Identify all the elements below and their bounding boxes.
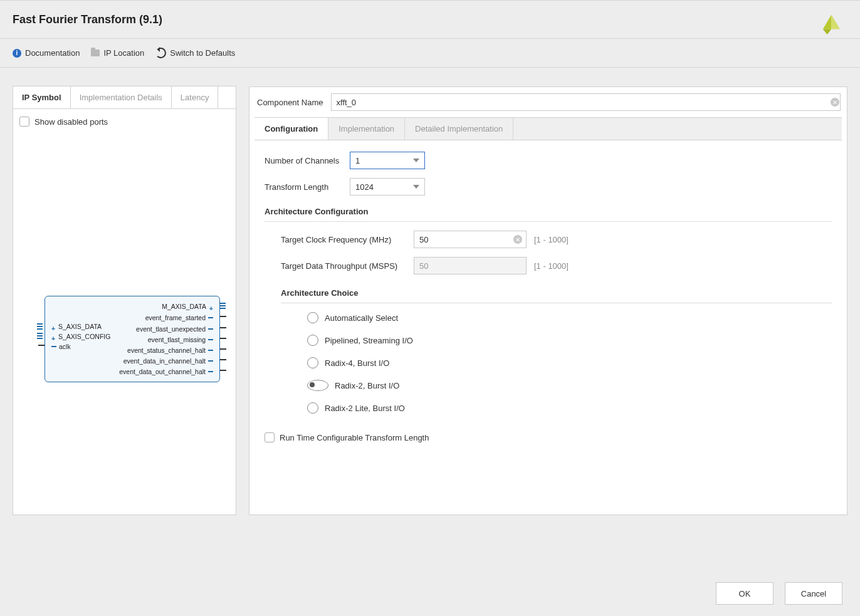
documentation-label: Documentation [25,48,80,58]
ip-location-link[interactable]: IP Location [91,48,144,58]
port-event-tlast-unexpected: event_tlast_unexpected [136,325,213,333]
port-event-status-channel-halt: event_status_channel_halt [127,347,213,354]
bus-icon [220,302,226,310]
target-data-throughput-input: 50 [414,257,527,274]
wire-icon [220,338,226,339]
refresh-icon [155,48,166,58]
port-s-axis-config: S_AXIS_CONFIG [51,333,110,340]
arch-option-label: Automatically Select [325,313,398,323]
arch-option-pipelined[interactable]: Pipelined, Streaming I/O [307,335,832,346]
port-event-data-out-channel-halt: event_data_out_channel_halt [119,368,213,375]
component-name-label: Component Name [257,98,323,107]
page-title: Fast Fourier Transform (9.1) [13,13,162,26]
port-s-axis-data: S_AXIS_DATA [51,323,102,330]
switch-defaults-link[interactable]: Switch to Defaults [155,48,235,58]
port-event-data-in-channel-halt: event_data_in_channel_halt [123,357,213,365]
cancel-button[interactable]: Cancel [785,582,842,605]
wire-icon [220,316,226,317]
arch-option-radix2lite[interactable]: Radix-2 Lite, Burst I/O [307,402,832,414]
bus-icon [37,332,43,340]
radio-icon [307,402,318,414]
arch-option-label: Radix-2 Lite, Burst I/O [325,404,405,413]
wire-icon [220,348,226,350]
arch-option-label: Pipelined, Streaming I/O [325,336,413,345]
port-event-frame-started: event_frame_started [145,314,213,321]
ip-symbol-block: S_AXIS_DATA S_AXIS_CONFIG aclk M_AXIS_DA… [45,296,220,382]
runtime-configurable-label: Run Time Configurable Transform Length [280,433,429,442]
clear-icon[interactable]: ✕ [513,235,522,244]
radio-icon [307,335,318,346]
port-event-tlast-missing: event_tlast_missing [148,336,213,343]
folder-icon [91,50,100,56]
transform-length-value: 1024 [355,182,374,192]
vendor-logo [819,13,840,34]
tab-detailed-implementation[interactable]: Detailed Implementation [405,118,513,140]
tab-latency[interactable]: Latency [172,86,219,108]
transform-length-select[interactable]: 1024 [350,178,425,196]
documentation-link[interactable]: i Documentation [13,48,80,58]
clear-icon[interactable]: ✕ [831,98,839,107]
radio-icon [307,357,318,368]
number-of-channels-value: 1 [355,156,360,165]
radio-icon [307,380,328,391]
target-clock-frequency-range: [1 - 1000] [534,235,569,244]
tab-implementation[interactable]: Implementation [328,118,405,140]
chevron-down-icon [413,185,419,189]
tab-implementation-details[interactable]: Implementation Details [71,86,172,108]
switch-defaults-label: Switch to Defaults [170,48,235,58]
bus-icon [37,323,43,330]
checkbox-icon [265,432,275,442]
target-data-throughput-range: [1 - 1000] [534,261,569,271]
architecture-choice-title: Architecture Choice [281,288,832,298]
chevron-down-icon [413,159,419,162]
wire-icon [220,327,226,328]
arch-option-radix4[interactable]: Radix-4, Burst I/O [307,357,832,368]
component-name-input[interactable] [331,93,841,111]
radio-icon [307,312,318,323]
wire-icon [220,359,226,360]
checkbox-icon [19,117,29,127]
ok-button[interactable]: OK [716,582,773,605]
show-disabled-ports-label: Show disabled ports [34,117,108,127]
arch-option-label: Radix-2, Burst I/O [335,381,399,390]
transform-length-label: Transform Length [265,182,342,192]
ip-location-label: IP Location [103,48,144,58]
arch-option-label: Radix-4, Burst I/O [325,358,389,368]
architecture-configuration-title: Architecture Configuration [265,207,832,216]
arch-option-radix2[interactable]: Radix-2, Burst I/O [307,380,832,391]
runtime-configurable-checkbox[interactable]: Run Time Configurable Transform Length [265,432,832,442]
number-of-channels-select[interactable]: 1 [350,152,425,169]
tab-ip-symbol[interactable]: IP Symbol [13,86,71,108]
target-clock-frequency-label: Target Clock Frequency (MHz) [281,235,406,244]
target-clock-frequency-value: 50 [419,235,428,244]
wire-icon [38,345,45,346]
info-icon: i [13,49,21,58]
target-clock-frequency-input[interactable]: 50 ✕ [414,231,527,248]
arch-option-auto[interactable]: Automatically Select [307,312,832,323]
port-m-axis-data: M_AXIS_DATA [162,303,213,310]
wire-icon [220,370,226,371]
port-aclk: aclk [51,343,71,350]
number-of-channels-label: Number of Channels [265,156,342,165]
target-data-throughput-label: Target Data Throughput (MSPS) [281,261,406,271]
tab-configuration[interactable]: Configuration [254,118,328,140]
target-data-throughput-value: 50 [419,261,428,271]
show-disabled-ports-checkbox[interactable]: Show disabled ports [19,117,229,127]
